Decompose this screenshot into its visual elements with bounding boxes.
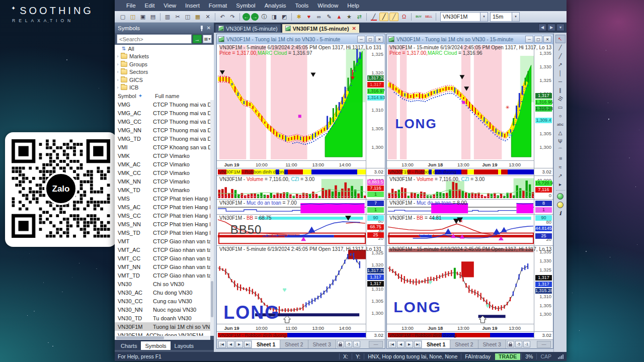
info-icon[interactable]: ⓘ <box>260 13 269 21</box>
panel-tab-symbols[interactable]: Symbols <box>141 341 170 350</box>
flower-icon[interactable]: ✱ <box>294 13 303 21</box>
trend-line-icon[interactable]: ╱ <box>379 13 388 21</box>
pitchfork-tool-icon[interactable]: Ψ <box>555 137 566 146</box>
menu-item-analysis[interactable]: Analysis <box>260 3 291 9</box>
info-icon[interactable]: i <box>559 210 561 217</box>
save-all-icon[interactable]: ▤ <box>148 13 157 21</box>
menu-item-symbol[interactable]: Symbol <box>231 3 260 9</box>
menu-item-help[interactable]: Help <box>343 3 364 9</box>
table-row[interactable]: VMK_TDCTCP Vimarko <box>115 186 214 194</box>
hscroll-stub[interactable]: — <box>537 341 551 348</box>
menu-item-insert[interactable]: Insert <box>181 3 204 9</box>
table-row[interactable]: VMT_TDCTCP Giao nhan van ta <box>115 271 214 280</box>
tree-item-gics[interactable]: ›GICS <box>115 76 214 84</box>
sheet-small-button-1[interactable]: -1 <box>523 341 530 347</box>
sheet-nav-button-2[interactable]: ▶ <box>235 341 243 348</box>
table-row[interactable]: VN30Chi so VN30 <box>115 280 214 288</box>
table-row[interactable]: VMT_ACCTCP Giao nhan van ta <box>115 245 214 254</box>
table-row[interactable]: VMK_NNCTCP Vimarko <box>115 177 214 186</box>
table-row[interactable]: VMSCTCP Phat trien Hang H <box>115 194 214 203</box>
segment-tool-icon[interactable]: ╱ <box>555 52 566 60</box>
ray-tool-icon[interactable]: ↗ <box>555 171 566 180</box>
cut-icon[interactable]: ✂ <box>173 13 182 21</box>
symbol-info-icon[interactable]: ◨ <box>270 13 279 21</box>
menu-item-file[interactable]: File <box>122 3 140 9</box>
table-row[interactable]: VN30F1MTuong lai 1M chi so VN <box>115 322 214 331</box>
menu-item-tools[interactable]: Tools <box>290 3 313 9</box>
column-header-fullname[interactable]: Full name <box>155 93 179 99</box>
sheet-tab-3[interactable]: Sheet 3 <box>308 340 336 348</box>
paste-icon[interactable]: ▦ <box>193 13 202 21</box>
sheet-small-button-1[interactable]: -1 <box>353 341 360 347</box>
horizontal-line-tool-icon[interactable]: ─ <box>555 77 566 86</box>
restore-button[interactable]: ▢ <box>534 36 542 43</box>
menu-item-edit[interactable]: Edit <box>140 3 159 9</box>
scrollbar-thumb[interactable] <box>211 281 213 317</box>
sheet-nav-button-3[interactable]: ▶| <box>244 341 252 348</box>
pin-icon[interactable] <box>198 25 204 31</box>
sheet-nav-button-2[interactable]: ▶ <box>406 341 413 348</box>
triangle-tool-icon[interactable]: △ <box>555 129 566 137</box>
new-icon[interactable]: ▢ <box>118 13 127 21</box>
buy-icon[interactable]: BUY <box>414 13 423 21</box>
text-tool-icon[interactable]: abc <box>555 120 566 129</box>
menu-item-view[interactable]: View <box>159 3 181 9</box>
search-input[interactable] <box>117 34 192 44</box>
tab-15m[interactable]: VN30F1M (15-minute)✕ <box>282 24 360 33</box>
table-row[interactable]: VMT_NNCTCP Giao nhan van ta <box>115 262 214 271</box>
print-icon[interactable]: ▥ <box>163 13 172 21</box>
horizontal-scrollbar[interactable] <box>115 336 210 340</box>
zigzag-tool-icon[interactable]: ≈ <box>555 163 566 171</box>
tree-item-all[interactable]: ⇅All <box>115 45 214 53</box>
table-row[interactable]: VMG_CCCTCP Thuong mai va D <box>115 117 214 126</box>
sheet-nav-button-3[interactable]: ▶| <box>414 341 422 348</box>
table-row[interactable]: VN30_NNNuoc ngoai VN30 <box>115 305 214 314</box>
chevron-down-icon[interactable]: ▾ <box>480 13 488 21</box>
symbol-combo[interactable]: VN30F1M▾ <box>440 12 488 22</box>
undo-icon[interactable]: ↶ <box>218 13 227 21</box>
table-row[interactable]: VMT_CCCTCP Giao nhan van ta <box>115 254 214 262</box>
minimize-button[interactable]: ─ <box>525 36 533 43</box>
refresh-icon[interactable]: ⇄ <box>355 13 364 21</box>
arc-tool-icon[interactable]: ⌒ <box>555 146 566 154</box>
table-row[interactable]: VMS_ACCTCP Phat trien Hang H <box>115 203 214 211</box>
close-button[interactable]: ✕ <box>375 36 383 43</box>
table-row[interactable]: VN30_ACChu dong VN30 <box>115 288 214 297</box>
dashed-line-icon[interactable]: ╱ <box>389 13 398 21</box>
pointer-tool-icon[interactable]: ↖ <box>555 35 566 43</box>
layers-icon[interactable]: ◩ <box>280 13 289 21</box>
rectangle-tool-icon[interactable]: ▭ <box>555 103 566 112</box>
explore-icon[interactable]: ∞ <box>314 13 324 21</box>
sheet-tab-1[interactable]: Sheet 1 <box>252 340 280 348</box>
search-go-button[interactable]: → <box>193 35 202 43</box>
table-row[interactable]: VMS_CCCTCP Phat trien Hang H <box>115 211 214 220</box>
trendline-tool-icon[interactable]: ╱ <box>555 43 566 52</box>
sheet-tab-2[interactable]: Sheet 2 <box>450 340 478 348</box>
close-button[interactable]: ✕ <box>543 36 551 43</box>
table-row[interactable]: VMG_ACCTCP Thuong mai va D <box>115 109 214 117</box>
tab-nav-button-2[interactable]: ▾ <box>556 24 565 31</box>
table-row[interactable]: VMK_CCCTCP Vimarko <box>115 168 214 177</box>
restore-button[interactable]: ▢ <box>366 36 374 43</box>
sheet-small-button-0[interactable]: -5 <box>515 341 522 347</box>
columns-button[interactable]: ▦▾ <box>203 35 212 43</box>
copy-icon[interactable]: ◫ <box>183 13 192 21</box>
sheet-small-button-0[interactable]: -5 <box>345 341 352 347</box>
delete-icon[interactable]: ✕ <box>203 13 212 21</box>
sheet-tab-1[interactable]: Sheet 1 <box>422 340 450 348</box>
column-header-symbol[interactable]: Symbol✦ <box>115 93 155 99</box>
sheet-nav-button-0[interactable]: |◀ <box>388 341 396 348</box>
tree-item-markets[interactable]: ›Markets <box>115 53 214 61</box>
hscroll-stub[interactable]: — <box>369 341 383 348</box>
table-row[interactable]: VMICTCP Khoang san va D <box>115 143 214 151</box>
close-icon[interactable]: ✕ <box>352 26 356 31</box>
panel-tab-layouts[interactable]: Layouts <box>171 341 198 350</box>
table-row[interactable]: VMGCTCP Thuong mai va D <box>115 100 214 109</box>
grid-tool-icon[interactable]: ≡ <box>556 154 565 164</box>
vertical-scrollbar[interactable] <box>210 100 214 336</box>
open-icon[interactable]: ◫ <box>128 13 137 21</box>
minimize-button[interactable]: ─ <box>357 36 365 43</box>
ellipse-tool-icon[interactable]: ○ <box>555 112 566 120</box>
table-row[interactable]: VMTCTCP Giao nhan van ta <box>115 237 214 245</box>
menu-item-window[interactable]: Window <box>313 3 343 9</box>
